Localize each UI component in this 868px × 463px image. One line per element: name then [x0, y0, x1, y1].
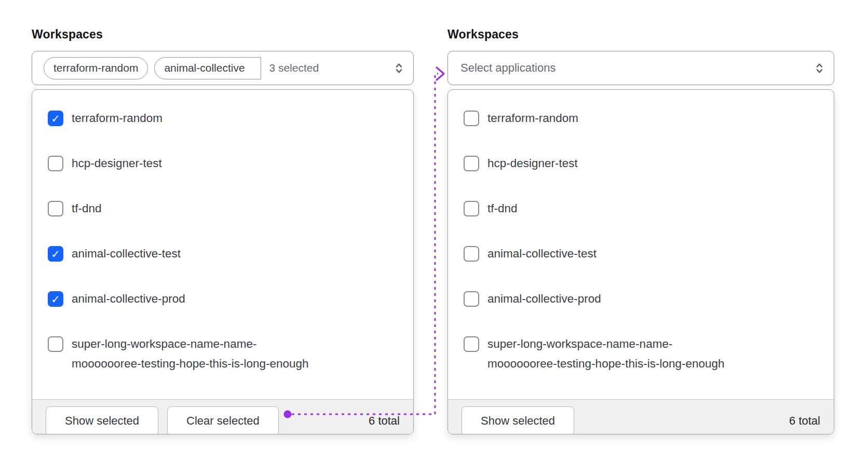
option-label: tf-dnd [72, 199, 102, 219]
show-selected-button[interactable]: Show selected [46, 406, 158, 435]
left-options-list: terraform-random hcp-designer-test tf-dn… [32, 90, 413, 399]
option-label: animal-collective-test [72, 244, 181, 264]
multiselect-demos: Workspaces terraform-random animal-colle… [32, 27, 834, 434]
option-row[interactable]: super-long-workspace-name-name- moooooor… [464, 334, 819, 374]
workspaces-label: Workspaces [32, 27, 414, 42]
total-count: 6 total [369, 414, 400, 428]
checkbox[interactable] [464, 336, 479, 352]
option-label: super-long-workspace-name-name- moooooor… [72, 334, 309, 374]
checkbox[interactable] [48, 111, 63, 126]
total-count: 6 total [789, 414, 820, 428]
checkbox[interactable] [464, 111, 479, 126]
option-row[interactable]: animal-collective-prod [464, 289, 819, 309]
checkbox[interactable] [48, 201, 63, 216]
option-row[interactable]: terraform-random [48, 108, 399, 128]
option-label-line2: mooooooree-testing-hope-this-is-long-eno… [72, 354, 309, 374]
chevron-up-down-icon [812, 61, 826, 75]
option-label: animal-collective-prod [487, 289, 601, 309]
option-row[interactable]: tf-dnd [48, 199, 399, 219]
left-multiselect: Workspaces terraform-random animal-colle… [32, 27, 414, 434]
chevron-up-down-icon [392, 61, 406, 75]
option-row[interactable]: animal-collective-test [464, 244, 819, 264]
right-multiselect: Workspaces Select applications terraform… [447, 27, 834, 434]
option-label: terraform-random [487, 108, 578, 128]
checkbox[interactable] [464, 201, 479, 216]
tag-pill-terraform-random[interactable]: terraform-random [44, 57, 148, 79]
right-multiselect-trigger[interactable]: Select applications [447, 51, 834, 85]
selected-count: 3 selected [269, 62, 319, 74]
tag-pill-label: animal-collective [155, 62, 245, 74]
checkbox[interactable] [48, 336, 63, 352]
option-label-line1: super-long-workspace-name-name- [487, 334, 725, 354]
clear-selected-button[interactable]: Clear selected [167, 406, 279, 435]
checkbox[interactable] [48, 156, 63, 171]
tag-pill-animal-collective-truncated[interactable]: animal-collective [154, 57, 261, 79]
option-label: super-long-workspace-name-name- moooooor… [487, 334, 725, 374]
option-label: tf-dnd [487, 199, 518, 219]
option-row[interactable]: hcp-designer-test [48, 154, 399, 173]
checkbox[interactable] [48, 291, 63, 307]
checkbox[interactable] [464, 246, 479, 262]
option-row[interactable]: terraform-random [464, 108, 819, 128]
option-label: hcp-designer-test [72, 154, 162, 173]
right-listbox-footer: Show selected 6 total [448, 399, 834, 434]
option-label: hcp-designer-test [487, 154, 578, 173]
option-row[interactable]: hcp-designer-test [464, 154, 819, 173]
checkbox[interactable] [464, 291, 479, 307]
option-label: animal-collective-test [487, 244, 596, 264]
left-multiselect-trigger[interactable]: terraform-random animal-collective 3 sel… [32, 51, 414, 85]
checkbox[interactable] [464, 156, 479, 171]
option-label-line2: mooooooree-testing-hope-this-is-long-eno… [487, 354, 725, 374]
option-label: animal-collective-prod [72, 289, 185, 309]
option-row[interactable]: super-long-workspace-name-name- moooooor… [48, 334, 399, 374]
select-placeholder: Select applications [460, 61, 555, 75]
option-label-line1: super-long-workspace-name-name- [72, 334, 309, 354]
right-options-listbox: terraform-random hcp-designer-test tf-dn… [447, 89, 834, 434]
option-row[interactable]: animal-collective-prod [48, 289, 399, 309]
option-row[interactable]: animal-collective-test [48, 244, 399, 264]
option-label: terraform-random [72, 108, 162, 128]
checkbox[interactable] [48, 246, 63, 262]
left-listbox-footer: Show selected Clear selected 6 total [32, 399, 413, 434]
right-options-list: terraform-random hcp-designer-test tf-dn… [448, 90, 834, 399]
show-selected-button[interactable]: Show selected [462, 406, 574, 435]
option-row[interactable]: tf-dnd [464, 199, 819, 219]
workspaces-label: Workspaces [447, 27, 834, 42]
page-canvas: Workspaces terraform-random animal-colle… [0, 0, 868, 463]
left-options-listbox: terraform-random hcp-designer-test tf-dn… [32, 89, 414, 434]
